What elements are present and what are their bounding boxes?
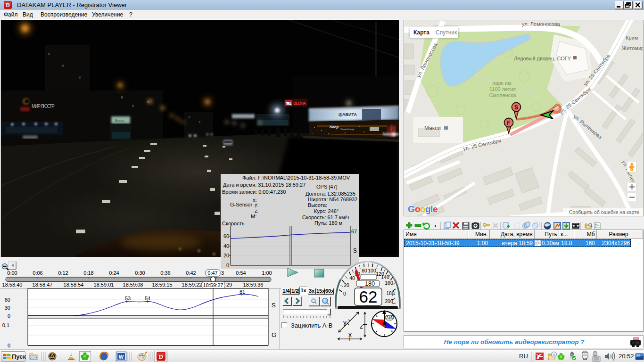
svg-text:Ледовый дворец, СОГУ: Ледовый дворец, СОГУ	[514, 56, 571, 61]
svg-text:y: y	[343, 319, 347, 326]
svg-text:oodji: oodji	[330, 125, 339, 129]
svg-text:g: g	[425, 204, 431, 214]
svg-text:0:42: 0:42	[186, 270, 196, 276]
svg-text:30: 30	[5, 305, 10, 311]
svg-text:0: 0	[343, 291, 346, 296]
svg-text:0: 0	[8, 343, 10, 348]
svg-text:0,1: 0,1	[2, 322, 9, 328]
svg-text:18:59:27: 18:59:27	[203, 282, 223, 288]
svg-text:D: D	[6, 2, 10, 8]
svg-text:0:30: 0:30	[135, 270, 145, 276]
svg-text:40: 40	[223, 243, 229, 249]
svg-text:0:36: 0:36	[160, 270, 170, 276]
svg-text:e: e	[433, 204, 438, 214]
svg-text:Спутник: Спутник	[436, 29, 457, 36]
svg-text:200: 200	[385, 298, 393, 304]
svg-text:Макси: Макси	[424, 125, 441, 132]
svg-text:0:18: 0:18	[83, 270, 93, 276]
svg-text:54: 54	[145, 296, 150, 301]
svg-text:53: 53	[125, 296, 131, 301]
svg-text:0:54: 0:54	[236, 270, 246, 276]
svg-text:Карта: Карта	[413, 29, 429, 36]
svg-text:80: 80	[362, 268, 367, 273]
svg-text:18:59:22: 18:59:22	[182, 282, 202, 288]
svg-text:Смоленска: Смоленска	[489, 92, 517, 98]
svg-text:o: o	[420, 204, 426, 214]
svg-text:60: 60	[5, 297, 10, 303]
svg-text:парк им.: парк им.	[493, 80, 513, 86]
svg-text:60: 60	[223, 233, 229, 239]
svg-text:z: z	[360, 322, 363, 330]
svg-text:18:59:36: 18:59:36	[243, 282, 264, 288]
svg-text:0:00: 0:00	[7, 270, 17, 276]
svg-text:МИР ЛЮСТР: МИР ЛЮСТР	[32, 104, 55, 109]
svg-text:S: S	[353, 247, 357, 254]
svg-text:18:58:40: 18:58:40	[2, 282, 23, 288]
svg-text:W: W	[119, 354, 124, 360]
svg-text:Сообщить об ошибке на карте: Сообщить об ошибке на карте	[569, 209, 639, 215]
svg-text:ТВЦ: ТВЦ	[286, 101, 291, 106]
svg-text:180: 180	[365, 280, 375, 287]
svg-text:G: G	[272, 331, 276, 338]
svg-text:81: 81	[239, 289, 245, 295]
svg-text:S: S	[272, 302, 276, 309]
svg-text:0:24: 0:24	[109, 270, 119, 276]
svg-text:18:58:54: 18:58:54	[64, 282, 84, 288]
svg-text:Кета: Кета	[114, 118, 124, 123]
svg-text:0:12: 0:12	[58, 270, 68, 276]
svg-text:i: i	[553, 353, 554, 357]
svg-text:1:00: 1:00	[262, 270, 272, 276]
svg-text:x: x	[348, 331, 352, 338]
svg-text:67: 67	[351, 229, 357, 234]
svg-text:F: F	[507, 120, 510, 126]
svg-text:Житомир: Житомир	[622, 45, 643, 51]
svg-text:0: 0	[8, 313, 10, 319]
svg-text:Крим: Крим	[626, 35, 638, 41]
svg-text:18:59:08: 18:59:08	[123, 282, 143, 288]
svg-text:100: 100	[368, 268, 376, 273]
svg-text:18:58:47: 18:58:47	[33, 282, 53, 288]
svg-text:246: 246	[386, 315, 393, 320]
svg-text:0:06: 0:06	[33, 270, 42, 276]
svg-text:18:59:01: 18:59:01	[94, 282, 114, 288]
svg-text:20:52: 20:52	[619, 353, 634, 360]
svg-text:ВЕСНА: ВЕСНА	[293, 101, 306, 106]
svg-text:Зимний мир: Зимний мир	[340, 128, 354, 131]
svg-text:1100 летия: 1100 летия	[489, 86, 516, 92]
svg-text:180: 180	[386, 290, 395, 296]
svg-text:160: 160	[385, 280, 393, 286]
svg-text:18:59:15: 18:59:15	[152, 282, 173, 288]
svg-text:140: 140	[381, 274, 389, 280]
svg-text:S: S	[514, 104, 518, 111]
svg-text:o: o	[415, 204, 421, 214]
svg-text:20: 20	[344, 282, 349, 288]
svg-text:0:47: 0:47	[207, 270, 217, 276]
svg-text:G: G	[408, 204, 415, 214]
svg-text:3: 3	[221, 270, 224, 276]
svg-text:D: D	[159, 353, 163, 360]
svg-text:ул. Ломоносова: ул. Ломоносова	[522, 21, 560, 27]
svg-text:29: 29	[226, 282, 232, 288]
svg-text:◎АВИТА: ◎АВИТА	[339, 112, 357, 117]
svg-text:62: 62	[359, 288, 378, 306]
